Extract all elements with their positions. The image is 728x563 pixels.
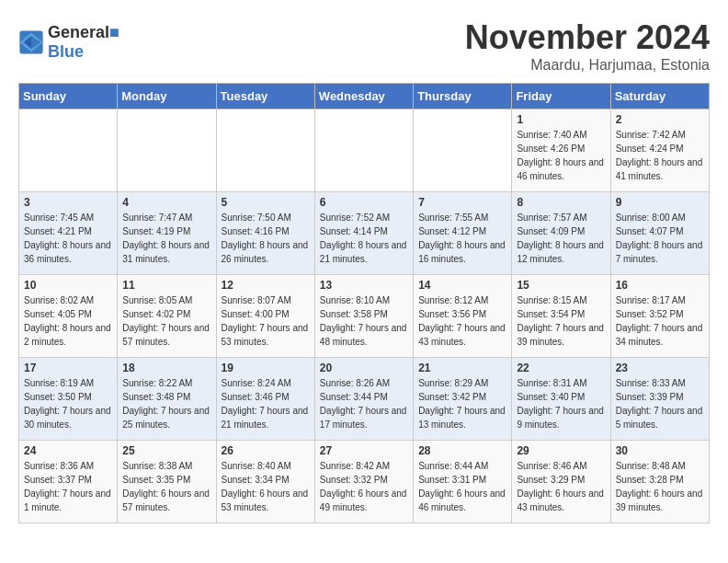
day-info: Sunrise: 7:45 AM Sunset: 4:21 PM Dayligh… [24,211,112,266]
calendar-header-wednesday: Wednesday [314,84,413,109]
calendar-cell: 11Sunrise: 8:05 AM Sunset: 4:02 PM Dayli… [118,275,216,358]
day-number: 4 [122,196,210,209]
calendar-cell: 30Sunrise: 8:48 AM Sunset: 3:28 PM Dayli… [610,441,709,523]
day-number: 6 [320,196,408,209]
day-number: 9 [616,196,704,209]
day-info: Sunrise: 8:38 AM Sunset: 3:35 PM Dayligh… [122,459,210,514]
calendar-cell: 27Sunrise: 8:42 AM Sunset: 3:32 PM Dayli… [314,441,413,523]
day-number: 25 [122,444,210,457]
day-info: Sunrise: 8:17 AM Sunset: 3:52 PM Dayligh… [616,293,704,349]
day-number: 7 [418,196,506,209]
day-number: 11 [122,279,210,292]
day-info: Sunrise: 7:40 AM Sunset: 4:26 PM Dayligh… [517,128,605,183]
calendar-cell: 6Sunrise: 7:52 AM Sunset: 4:14 PM Daylig… [314,192,413,275]
day-info: Sunrise: 8:44 AM Sunset: 3:31 PM Dayligh… [418,459,506,514]
calendar-cell: 12Sunrise: 8:07 AM Sunset: 4:00 PM Dayli… [216,275,314,358]
calendar-cell: 15Sunrise: 8:15 AM Sunset: 3:54 PM Dayli… [512,275,610,358]
day-number: 18 [122,362,210,374]
header: General■ Blue November 2024 Maardu, Harj… [18,18,710,74]
calendar-cell: 20Sunrise: 8:26 AM Sunset: 3:44 PM Dayli… [314,358,413,441]
day-number: 8 [517,196,605,209]
day-info: Sunrise: 8:46 AM Sunset: 3:29 PM Dayligh… [517,459,605,514]
calendar-header-thursday: Thursday [414,84,512,109]
day-info: Sunrise: 8:15 AM Sunset: 3:54 PM Dayligh… [517,293,605,349]
day-number: 27 [320,444,408,457]
calendar-body: 1Sunrise: 7:40 AM Sunset: 4:26 PM Daylig… [19,109,710,523]
day-number: 30 [616,444,704,457]
day-info: Sunrise: 8:24 AM Sunset: 3:46 PM Dayligh… [222,376,310,431]
day-number: 5 [222,196,310,209]
calendar-week-row: 17Sunrise: 8:19 AM Sunset: 3:50 PM Dayli… [19,358,710,441]
calendar-week-row: 24Sunrise: 8:36 AM Sunset: 3:37 PM Dayli… [19,441,710,523]
day-info: Sunrise: 8:36 AM Sunset: 3:37 PM Dayligh… [24,459,112,514]
page-subtitle: Maardu, Harjumaa, Estonia [465,57,710,74]
day-number: 26 [222,444,310,457]
day-number: 13 [320,279,408,292]
day-info: Sunrise: 8:31 AM Sunset: 3:40 PM Dayligh… [517,376,605,431]
calendar-cell: 22Sunrise: 8:31 AM Sunset: 3:40 PM Dayli… [512,358,610,441]
calendar-cell: 10Sunrise: 8:02 AM Sunset: 4:05 PM Dayli… [19,275,118,358]
day-number: 10 [24,279,112,292]
day-number: 28 [418,444,506,457]
day-info: Sunrise: 7:52 AM Sunset: 4:14 PM Dayligh… [320,211,408,266]
calendar-cell: 3Sunrise: 7:45 AM Sunset: 4:21 PM Daylig… [19,192,118,275]
calendar-cell: 9Sunrise: 8:00 AM Sunset: 4:07 PM Daylig… [610,192,709,275]
calendar-cell: 1Sunrise: 7:40 AM Sunset: 4:26 PM Daylig… [512,109,610,192]
calendar-cell: 13Sunrise: 8:10 AM Sunset: 3:58 PM Dayli… [314,275,413,358]
calendar-cell [19,109,118,192]
day-info: Sunrise: 8:48 AM Sunset: 3:28 PM Dayligh… [616,459,704,514]
day-number: 15 [517,279,605,292]
day-info: Sunrise: 8:19 AM Sunset: 3:50 PM Dayligh… [24,376,112,431]
calendar-header-monday: Monday [118,84,216,109]
day-number: 29 [517,444,605,457]
day-info: Sunrise: 8:02 AM Sunset: 4:05 PM Dayligh… [24,293,112,349]
calendar-cell [216,109,314,192]
calendar-cell [414,109,512,192]
calendar-week-row: 10Sunrise: 8:02 AM Sunset: 4:05 PM Dayli… [19,275,710,358]
calendar-cell: 4Sunrise: 7:47 AM Sunset: 4:19 PM Daylig… [118,192,216,275]
day-info: Sunrise: 7:42 AM Sunset: 4:24 PM Dayligh… [616,128,704,183]
day-number: 2 [616,113,704,126]
logo: General■ Blue [18,23,119,62]
day-number: 20 [320,362,408,374]
calendar-cell: 29Sunrise: 8:46 AM Sunset: 3:29 PM Dayli… [512,441,610,523]
day-info: Sunrise: 8:33 AM Sunset: 3:39 PM Dayligh… [616,376,704,431]
calendar-cell [314,109,413,192]
day-number: 12 [222,279,310,292]
calendar-cell: 21Sunrise: 8:29 AM Sunset: 3:42 PM Dayli… [414,358,512,441]
day-number: 19 [222,362,310,374]
calendar-header-saturday: Saturday [610,84,709,109]
day-info: Sunrise: 8:22 AM Sunset: 3:48 PM Dayligh… [122,376,210,431]
logo-icon [18,29,44,55]
logo-text: General■ Blue [48,23,119,62]
calendar-cell: 5Sunrise: 7:50 AM Sunset: 4:16 PM Daylig… [216,192,314,275]
day-info: Sunrise: 7:47 AM Sunset: 4:19 PM Dayligh… [122,211,210,266]
calendar-cell [118,109,216,192]
day-number: 1 [517,113,605,126]
calendar-cell: 24Sunrise: 8:36 AM Sunset: 3:37 PM Dayli… [19,441,118,523]
day-info: Sunrise: 8:40 AM Sunset: 3:34 PM Dayligh… [222,459,310,514]
calendar-cell: 16Sunrise: 8:17 AM Sunset: 3:52 PM Dayli… [610,275,709,358]
day-info: Sunrise: 7:50 AM Sunset: 4:16 PM Dayligh… [222,211,310,266]
calendar-cell: 18Sunrise: 8:22 AM Sunset: 3:48 PM Dayli… [118,358,216,441]
day-info: Sunrise: 8:10 AM Sunset: 3:58 PM Dayligh… [320,293,408,349]
day-info: Sunrise: 8:07 AM Sunset: 4:00 PM Dayligh… [222,293,310,349]
calendar-cell: 19Sunrise: 8:24 AM Sunset: 3:46 PM Dayli… [216,358,314,441]
day-number: 24 [24,444,112,457]
day-info: Sunrise: 8:42 AM Sunset: 3:32 PM Dayligh… [320,459,408,514]
day-info: Sunrise: 8:29 AM Sunset: 3:42 PM Dayligh… [418,376,506,431]
calendar-week-row: 3Sunrise: 7:45 AM Sunset: 4:21 PM Daylig… [19,192,710,275]
day-number: 14 [418,279,506,292]
calendar-cell: 26Sunrise: 8:40 AM Sunset: 3:34 PM Dayli… [216,441,314,523]
title-block: November 2024 Maardu, Harjumaa, Estonia [465,18,710,74]
day-number: 3 [24,196,112,209]
calendar-cell: 28Sunrise: 8:44 AM Sunset: 3:31 PM Dayli… [414,441,512,523]
calendar-cell: 7Sunrise: 7:55 AM Sunset: 4:12 PM Daylig… [414,192,512,275]
calendar-cell: 25Sunrise: 8:38 AM Sunset: 3:35 PM Dayli… [118,441,216,523]
day-number: 23 [616,362,704,374]
day-info: Sunrise: 8:12 AM Sunset: 3:56 PM Dayligh… [418,293,506,349]
day-info: Sunrise: 8:26 AM Sunset: 3:44 PM Dayligh… [320,376,408,431]
calendar-header-sunday: Sunday [19,84,118,109]
calendar-header-friday: Friday [512,84,610,109]
day-number: 22 [517,362,605,374]
